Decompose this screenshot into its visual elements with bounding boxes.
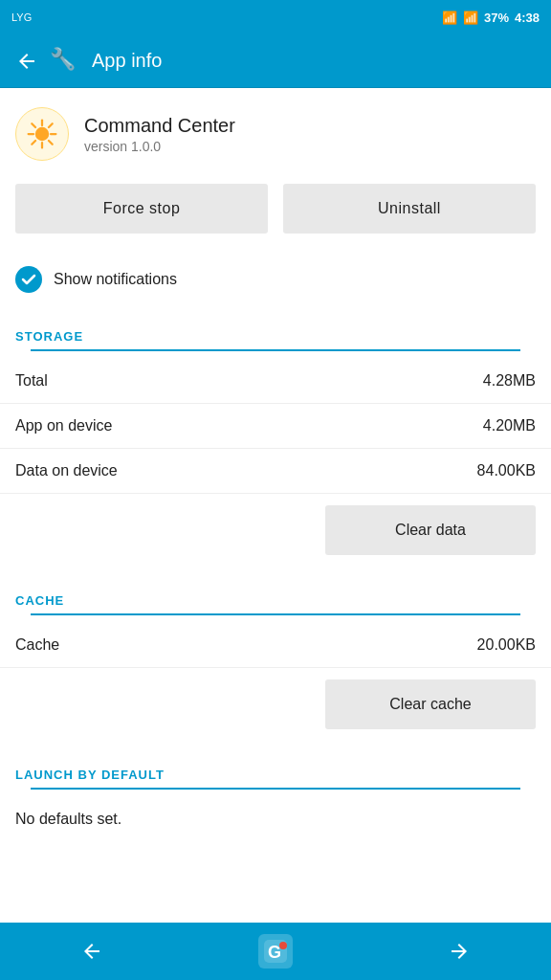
storage-section-title: STORAGE <box>15 329 536 344</box>
status-bar: LYG 📶 📶 37% 4:38 <box>0 0 551 34</box>
launch-default-section: LAUNCH BY DEFAULT No defaults set. <box>0 752 551 841</box>
app-header: Command Center version 1.0.0 <box>0 88 551 176</box>
notifications-label: Show notifications <box>54 271 177 288</box>
storage-row-total: Total 4.28MB <box>0 359 551 404</box>
status-icons: 📶 📶 37% 4:38 <box>442 11 540 25</box>
app-icon <box>15 107 69 161</box>
nav-up-button[interactable] <box>430 923 488 980</box>
notifications-row[interactable]: Show notifications <box>0 253 551 306</box>
launch-default-divider <box>31 788 520 790</box>
svg-line-8 <box>49 123 53 127</box>
uninstall-button[interactable]: Uninstall <box>283 184 536 234</box>
cache-section: CACHE Cache 20.00KB Clear cache <box>0 578 551 745</box>
data-on-device-value: 84.00KB <box>477 462 536 479</box>
cache-divider <box>31 613 520 615</box>
cache-section-title: CACHE <box>15 593 536 608</box>
back-icon[interactable] <box>15 50 38 73</box>
app-on-device-label: App on device <box>15 417 112 434</box>
app-name: Command Center <box>84 115 235 137</box>
cache-label: Cache <box>15 636 59 654</box>
time-label: 4:38 <box>515 11 540 25</box>
clear-cache-button[interactable]: Clear cache <box>325 679 536 729</box>
main-content: Command Center version 1.0.0 Force stop … <box>0 88 551 923</box>
app-version: version 1.0.0 <box>84 139 235 154</box>
cache-section-header: CACHE <box>0 578 551 623</box>
signal-icon: 📶 <box>463 11 478 25</box>
launch-default-text: No defaults set. <box>0 797 551 841</box>
cache-value: 20.00KB <box>477 636 536 654</box>
data-on-device-label: Data on device <box>15 462 118 479</box>
bottom-nav: G <box>0 923 551 980</box>
svg-text:🔧: 🔧 <box>50 46 77 72</box>
storage-row-app: App on device 4.20MB <box>0 404 551 449</box>
notifications-checkbox[interactable] <box>15 266 42 293</box>
app-on-device-value: 4.20MB <box>483 417 536 434</box>
toolbar-title: App info <box>92 50 162 72</box>
nav-back-button[interactable] <box>63 923 121 980</box>
wifi-icon: 📶 <box>442 11 457 25</box>
total-value: 4.28MB <box>483 372 536 390</box>
storage-row-data: Data on device 84.00KB <box>0 449 551 494</box>
svg-point-1 <box>35 127 49 141</box>
storage-divider <box>31 349 520 351</box>
carrier-label: LYG <box>11 11 32 23</box>
force-stop-button[interactable]: Force stop <box>15 184 268 234</box>
clear-cache-row: Clear cache <box>0 668 551 745</box>
total-label: Total <box>15 372 48 390</box>
battery-label: 37% <box>484 11 509 25</box>
wrench-icon: 🔧 <box>50 45 77 77</box>
clear-data-button[interactable]: Clear data <box>325 505 536 555</box>
clear-data-row: Clear data <box>0 494 551 570</box>
nav-home-button[interactable]: G <box>247 923 304 980</box>
svg-line-9 <box>32 141 35 145</box>
svg-point-12 <box>279 942 287 949</box>
svg-text:G: G <box>268 943 281 962</box>
app-info: Command Center version 1.0.0 <box>84 115 235 154</box>
storage-section: STORAGE Total 4.28MB App on device 4.20M… <box>0 314 551 570</box>
svg-line-6 <box>32 123 35 127</box>
toolbar: 🔧 App info <box>0 34 551 88</box>
g-icon: G <box>258 934 293 969</box>
launch-default-title: LAUNCH BY DEFAULT <box>15 768 536 782</box>
svg-line-7 <box>49 141 53 145</box>
action-buttons: Force stop Uninstall <box>0 176 551 253</box>
cache-row: Cache 20.00KB <box>0 623 551 668</box>
storage-section-header: STORAGE <box>0 314 551 359</box>
launch-default-header: LAUNCH BY DEFAULT <box>0 752 551 797</box>
